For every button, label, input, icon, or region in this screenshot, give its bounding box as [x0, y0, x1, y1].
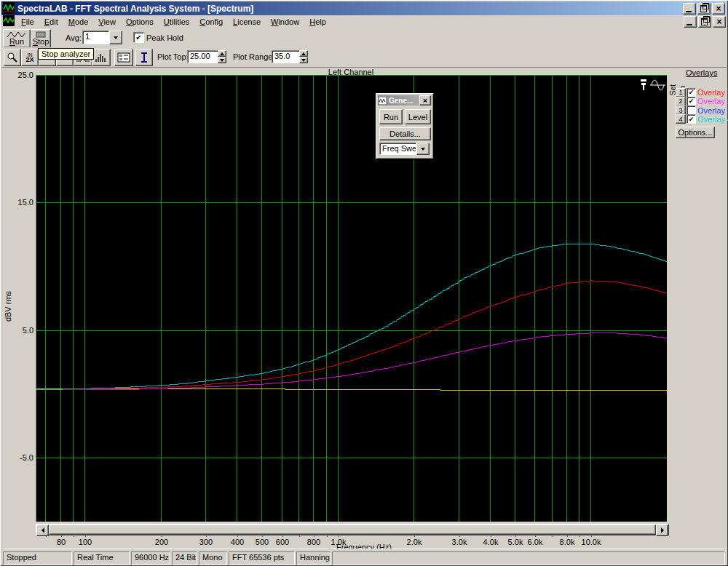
menu-item-file[interactable]: File — [16, 16, 39, 28]
overlay-label: Overlay 2 — [697, 97, 728, 105]
status-cell: Stopped — [3, 551, 72, 565]
close-button[interactable]: × — [712, 3, 725, 15]
spin-up-button[interactable] — [218, 50, 226, 57]
x-tick-label: 5.0k — [508, 538, 523, 546]
chevron-down-icon — [114, 36, 118, 39]
overlay-set-button[interactable]: 1 — [676, 88, 686, 97]
x-tick-label: 3.0k — [452, 538, 467, 546]
overlay-set-button[interactable]: 2 — [676, 97, 686, 106]
zoom-tool-button[interactable] — [4, 49, 21, 66]
generator-run-button[interactable]: Run — [379, 109, 403, 124]
marker-tool-button[interactable] — [135, 49, 153, 66]
x-tick-label: 2.0k — [407, 538, 422, 546]
scrollbar-thumb[interactable] — [49, 525, 656, 535]
generator-details-button[interactable]: Details... — [379, 127, 431, 140]
avg-dropdown-button[interactable] — [109, 31, 122, 44]
generator-dialog-titlebar[interactable]: Gene... × — [378, 95, 432, 105]
mdi-restore-button[interactable] — [698, 16, 711, 28]
x-tick-mark — [237, 535, 238, 537]
menu-item-edit[interactable]: Edit — [39, 16, 63, 28]
minimize-button[interactable] — [683, 3, 696, 15]
generator-indicator-icon — [639, 78, 667, 94]
spin-up-button[interactable] — [299, 50, 308, 57]
overlay-set-button[interactable]: 4 — [676, 114, 686, 124]
x-tick-label: 4.0k — [483, 538, 499, 546]
tooltip: Stop analyzer — [38, 48, 94, 60]
plot-range-input[interactable]: 35.0 — [272, 50, 301, 63]
plot-top-input[interactable]: 25.00 — [187, 50, 219, 63]
x-tick-label: 500 — [256, 538, 269, 546]
overlay-row: 4✔Overlay 4 — [676, 115, 728, 124]
chevron-down-icon — [421, 148, 425, 151]
restore-button[interactable] — [697, 3, 711, 15]
horizontal-scrollbar — [36, 524, 669, 535]
x-tick-mark — [61, 535, 62, 537]
status-cell: Real Time — [74, 551, 130, 565]
menu-items: FileEditModeViewOptionsUtilitiesConfigLi… — [16, 16, 331, 28]
overlay-set-button[interactable]: 3 — [676, 105, 686, 115]
spin-down-button[interactable] — [299, 57, 308, 63]
avg-combobox[interactable]: 1 — [82, 31, 122, 44]
bar-graph-icon — [95, 52, 108, 63]
plot-range-label: Plot Range: — [233, 52, 274, 61]
generator-close-button[interactable]: × — [419, 95, 431, 105]
plot-top-label: Plot Top: — [157, 52, 189, 61]
generator-icon — [379, 97, 387, 105]
zoom-in-2x-button[interactable]: IN 2X — [21, 49, 39, 66]
mdi-minimize-button[interactable] — [684, 16, 697, 28]
avg-label: Avg: — [66, 33, 82, 42]
overlay-row: 1✔Overlay 1 — [676, 88, 728, 97]
status-cell: Hanning — [296, 551, 331, 565]
chevron-down-icon — [301, 59, 306, 62]
menu-item-mode[interactable]: Mode — [63, 16, 94, 28]
plot-toolbar: IN 2X 2X out Plot Top: 25.00 Plot Range:… — [1, 47, 727, 68]
generator-mode-combobox[interactable]: Freq Sweep — [379, 143, 430, 155]
mdi-window-controls: × — [682, 16, 727, 28]
overlay-on-checkbox[interactable]: ✔ — [687, 114, 696, 124]
generator-level-button[interactable]: Level — [405, 109, 431, 124]
menu-item-view[interactable]: View — [93, 16, 121, 28]
x-tick-label: 600 — [276, 538, 289, 546]
menu-item-config[interactable]: Config — [194, 16, 228, 28]
menu-item-help[interactable]: Help — [304, 16, 331, 28]
peak-hold-checkbox[interactable]: ✔ — [133, 32, 144, 43]
x-tick-mark — [46, 535, 47, 537]
generator-mode-dropdown-button[interactable] — [416, 143, 430, 155]
mdi-close-button[interactable]: × — [713, 16, 726, 28]
x-tick-mark — [262, 535, 263, 537]
menu-item-window[interactable]: Window — [266, 16, 304, 28]
scroll-right-button[interactable] — [656, 525, 668, 536]
x-tick-mark — [567, 535, 568, 537]
overlays-heading[interactable]: Overlays — [686, 68, 728, 77]
menu-item-options[interactable]: Options — [121, 16, 159, 28]
plot-top-spinner — [218, 50, 226, 63]
arrow-left-icon — [41, 527, 44, 533]
plot-range-spinner — [299, 50, 308, 63]
spectrum-plot-canvas[interactable] — [36, 75, 667, 522]
bar-display-button[interactable] — [92, 49, 111, 66]
arrow-right-icon — [661, 527, 664, 533]
spin-down-button[interactable] — [218, 57, 226, 63]
document-icon[interactable] — [3, 15, 15, 28]
window-title: SpectraLAB - FFT Spectral Analysis Syste… — [17, 4, 681, 14]
run-button[interactable]: Run — [3, 29, 31, 48]
overlay-on-checkbox[interactable]: ✔ — [687, 97, 696, 106]
stop-button[interactable]: Stop — [31, 29, 51, 48]
x-tick-mark — [553, 535, 553, 537]
overlay-on-checkbox[interactable] — [687, 105, 696, 115]
x-tick-label: 300 — [199, 538, 213, 546]
menu-item-license[interactable]: License — [228, 16, 266, 28]
display-options-button[interactable] — [114, 49, 133, 66]
overlay-options-button[interactable]: Options... — [676, 127, 715, 138]
x-tick-mark — [314, 535, 314, 537]
overlay-on-checkbox[interactable]: ✔ — [687, 88, 696, 97]
generator-dialog: Gene... × Run Level Details... Freq Swee… — [376, 93, 434, 159]
x-tick-mark — [327, 535, 328, 537]
x-tick-label: 6.0k — [528, 538, 543, 546]
y-tick-label: -5.0 — [1, 453, 33, 462]
x-tick-mark — [162, 535, 162, 537]
menu-item-utilities[interactable]: Utilities — [159, 16, 194, 28]
run-button-label: Run — [9, 38, 24, 46]
minimize-icon — [686, 11, 692, 12]
scroll-left-button[interactable] — [36, 525, 49, 536]
